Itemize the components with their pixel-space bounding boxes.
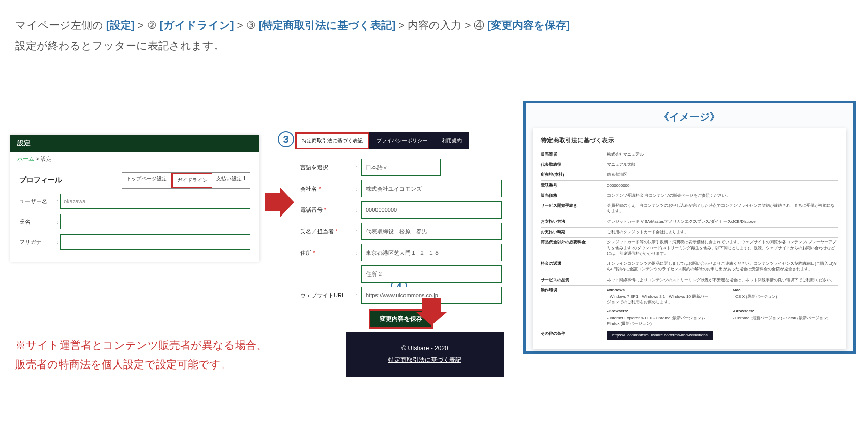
rep-input[interactable] <box>361 223 502 240</box>
preview-image-box: 《イメージ》 特定商取引法に基づく表示 販売業者株式会社マニュアル 代表取締役マ… <box>523 101 856 354</box>
breadcrumb: ホーム > 設定 <box>10 152 259 166</box>
instruction-line-2: 設定が終わるとフッターに表記されます。 <box>15 36 853 56</box>
company-input[interactable] <box>361 180 502 197</box>
rep-label: 氏名／担当者 <box>300 228 334 234</box>
terms-url-box: https://uicommonsm.uishare.co/terms-and-… <box>607 331 713 340</box>
addr-input[interactable] <box>361 244 502 261</box>
language-label: 言語を選択 <box>300 164 351 171</box>
kana-input[interactable] <box>60 234 250 250</box>
tab-commerce-law[interactable]: 特定商取引法に基づく表記 <box>295 132 369 149</box>
preview-document: 特定商取引法に基づく表示 販売業者株式会社マニュアル 代表取締役マニュアル太郎 … <box>533 128 846 349</box>
tab-guideline[interactable]: ガイドライン <box>171 173 212 188</box>
tab-toppage[interactable]: トップページ設定 <box>122 173 171 188</box>
tab-terms[interactable]: 利用規約 <box>435 132 469 149</box>
footer-preview: © UIshare - 2020 特定商取引法に基づく表記 <box>346 332 504 377</box>
username-input[interactable] <box>60 194 250 209</box>
footer-commerce-link[interactable]: 特定商取引法に基づく表記 <box>388 356 461 363</box>
name-label: 氏名 <box>19 218 55 226</box>
instruction-line-1: マイページ左側の [設定] > ② [ガイドライン] > ③ [特定商取引法に基… <box>15 15 853 36</box>
url-label: ウェブサイトURL <box>300 292 351 299</box>
settings-panel: 設定 ホーム > 設定 プロフィール トップページ設定 ガイドライン 支払い設定… <box>10 135 259 262</box>
addr-label: 住所 <box>300 250 311 256</box>
kana-label: フリガナ <box>19 238 55 246</box>
tel-input[interactable] <box>361 201 502 219</box>
name-input[interactable] <box>60 214 250 229</box>
footer-copy: © UIshare - 2020 <box>346 345 504 352</box>
doc-heading: 特定商取引法に基づく表示 <box>541 136 838 145</box>
profile-title: プロフィール <box>19 176 62 185</box>
commerce-tabs: 特定商取引法に基づく表記 プライバシーポリシー 利用規約 <box>295 132 504 149</box>
step-circle-3: 3 <box>278 131 294 147</box>
settings-header: 設定 <box>10 135 259 152</box>
breadcrumb-home[interactable]: ホーム <box>17 156 34 162</box>
addr2-input[interactable] <box>361 265 502 283</box>
footnote: ※サイト運営者とコンテンツ販売者が異なる場合、 販売者の特商法を個人設定で設定可… <box>15 335 267 374</box>
preview-title: 《イメージ》 <box>533 110 846 124</box>
username-label: ユーザー名 <box>19 198 55 205</box>
commerce-form-panel: 特定商取引法に基づく表記 プライバシーポリシー 利用規約 言語を選択: 会社名 … <box>295 132 504 329</box>
language-select[interactable] <box>361 159 441 176</box>
tel-label: 電話番号 <box>300 207 323 213</box>
tab-payment[interactable]: 支払い設定 1 <box>212 173 250 188</box>
company-label: 会社名 <box>300 186 317 192</box>
tab-privacy-policy[interactable]: プライバシーポリシー <box>369 132 435 149</box>
profile-tabs: トップページ設定 ガイドライン 支払い設定 1 <box>122 172 250 189</box>
